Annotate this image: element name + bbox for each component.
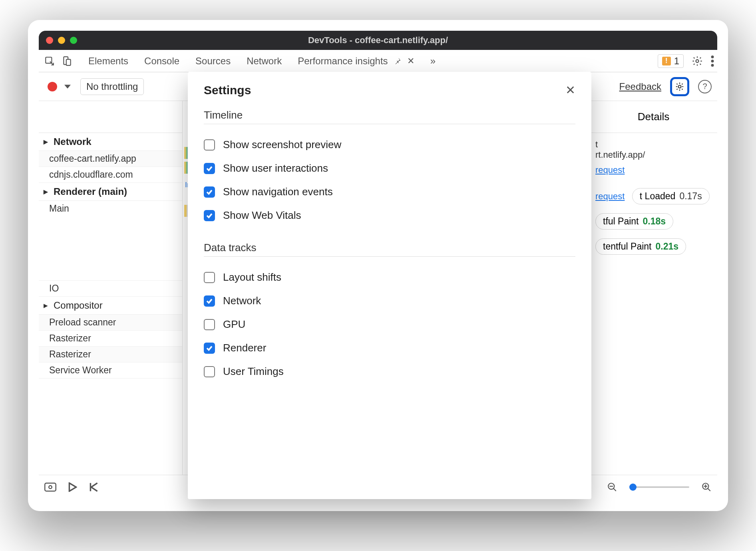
section-timeline: Timeline [204, 109, 575, 121]
setting-network-track[interactable]: Network [204, 289, 575, 313]
help-button[interactable]: ? [698, 80, 712, 93]
device-toggle-icon[interactable] [62, 56, 72, 66]
play-icon[interactable] [68, 482, 77, 492]
minimize-window-button[interactable] [58, 37, 65, 44]
jump-start-icon[interactable] [89, 482, 99, 492]
setting-user-interactions[interactable]: Show user interactions [204, 157, 575, 180]
throttling-select[interactable]: No throttling [80, 78, 144, 95]
checkbox-usertimings[interactable] [204, 366, 215, 377]
setting-screenshot-preview[interactable]: Show screenshot preview [204, 133, 575, 157]
track-row-io[interactable]: IO [39, 281, 182, 297]
checkbox-network[interactable] [204, 295, 215, 307]
tab-performance-insights[interactable]: Performance insights ✕ [298, 55, 414, 67]
setting-renderer[interactable]: Renderer [204, 336, 575, 360]
track-network-header[interactable]: Network [39, 133, 182, 151]
zoom-in-icon[interactable] [701, 482, 712, 492]
window-controls [46, 37, 77, 44]
close-window-button[interactable] [46, 37, 53, 44]
devtools-tabstrip: Elements Console Sources Network Perform… [39, 50, 717, 72]
checkbox-renderer[interactable] [204, 343, 215, 354]
metric-pill-fp[interactable]: tful Paint 0.18s [595, 213, 673, 230]
warning-icon: ! [662, 57, 671, 65]
svg-point-6 [711, 64, 714, 67]
record-button[interactable] [48, 82, 57, 91]
screenshot-toggle-icon[interactable] [44, 482, 56, 492]
svg-point-5 [711, 59, 714, 62]
setting-nav-events[interactable]: Show navigation events [204, 180, 575, 204]
track-row-sw[interactable]: Service Worker [39, 363, 182, 379]
settings-title: Settings [204, 83, 251, 97]
more-icon[interactable] [711, 55, 714, 67]
section-datatracks: Data tracks [204, 242, 575, 254]
devtools-settings-icon[interactable] [692, 55, 703, 67]
details-request-link-1[interactable]: request [595, 165, 625, 175]
inspect-icon[interactable] [44, 56, 55, 66]
track-row-main[interactable]: Main [39, 201, 182, 281]
track-labels: Network coffee-cart.netlify.app cdnjs.cl… [39, 101, 183, 475]
issues-count: 1 [674, 55, 679, 67]
svg-point-3 [696, 59, 699, 62]
zoom-slider[interactable] [629, 486, 689, 488]
window-title: DevTools - coffee-cart.netlify.app/ [308, 35, 448, 46]
details-host-frag1: t [595, 139, 598, 150]
setting-gpu[interactable]: GPU [204, 313, 575, 336]
window-titlebar: DevTools - coffee-cart.netlify.app/ [39, 31, 717, 50]
track-row-host2[interactable]: cdnjs.cloudflare.com [39, 167, 182, 183]
tab-elements[interactable]: Elements [88, 55, 128, 67]
metric-pill-cp[interactable]: tentful Paint 0.21s [595, 238, 686, 255]
feedback-link[interactable]: Feedback [619, 81, 661, 92]
checkbox-interactions[interactable] [204, 163, 215, 174]
track-row-raster1[interactable]: Rasterizer [39, 331, 182, 347]
checkbox-gpu[interactable] [204, 319, 215, 330]
tabs-overflow-icon[interactable]: » [430, 55, 436, 67]
track-row-preload[interactable]: Preload scanner [39, 315, 182, 331]
pin-icon [394, 57, 402, 65]
details-request-link-2[interactable]: request [595, 191, 625, 202]
metric-pill-loaded[interactable]: t Loaded 0.17s [632, 188, 710, 204]
divider [204, 124, 575, 124]
setting-web-vitals[interactable]: Show Web Vitals [204, 204, 575, 227]
details-header: Details [590, 101, 717, 133]
track-renderer-header[interactable]: Renderer (main) [39, 183, 182, 201]
svg-point-7 [678, 85, 681, 88]
track-row-raster2[interactable]: Rasterizer [39, 347, 182, 363]
settings-close-icon[interactable]: ✕ [565, 83, 575, 97]
track-row-host1[interactable]: coffee-cart.netlify.app [39, 151, 182, 167]
settings-panel: Settings ✕ Timeline Show screenshot prev… [188, 72, 591, 499]
checkbox-nav[interactable] [204, 186, 215, 198]
tab-sources[interactable]: Sources [195, 55, 231, 67]
svg-point-9 [49, 486, 52, 489]
zoom-slider-thumb[interactable] [629, 484, 637, 491]
issues-badge[interactable]: ! 1 [658, 54, 684, 68]
svg-rect-2 [66, 59, 71, 65]
maximize-window-button[interactable] [70, 37, 77, 44]
checkbox-layout[interactable] [204, 272, 215, 283]
zoom-out-icon[interactable] [607, 482, 617, 492]
checkbox-screenshot[interactable] [204, 139, 215, 151]
tab-network[interactable]: Network [247, 55, 282, 67]
divider [204, 256, 575, 257]
checkbox-vitals[interactable] [204, 210, 215, 221]
record-menu-caret[interactable] [64, 83, 71, 90]
details-host-frag2: rt.netlify.app/ [595, 150, 645, 160]
svg-point-4 [711, 55, 714, 58]
setting-user-timings[interactable]: User Timings [204, 360, 575, 383]
close-tab-icon[interactable]: ✕ [407, 56, 414, 66]
panel-settings-button[interactable] [670, 77, 689, 96]
timeline-ruler [39, 101, 182, 133]
svg-rect-8 [45, 483, 56, 491]
tab-console[interactable]: Console [144, 55, 179, 67]
details-pane: Details t rt.netlify.app/ request reques… [589, 101, 717, 475]
setting-layout-shifts[interactable]: Layout shifts [204, 266, 575, 289]
track-row-compositor[interactable]: Compositor [39, 297, 182, 315]
